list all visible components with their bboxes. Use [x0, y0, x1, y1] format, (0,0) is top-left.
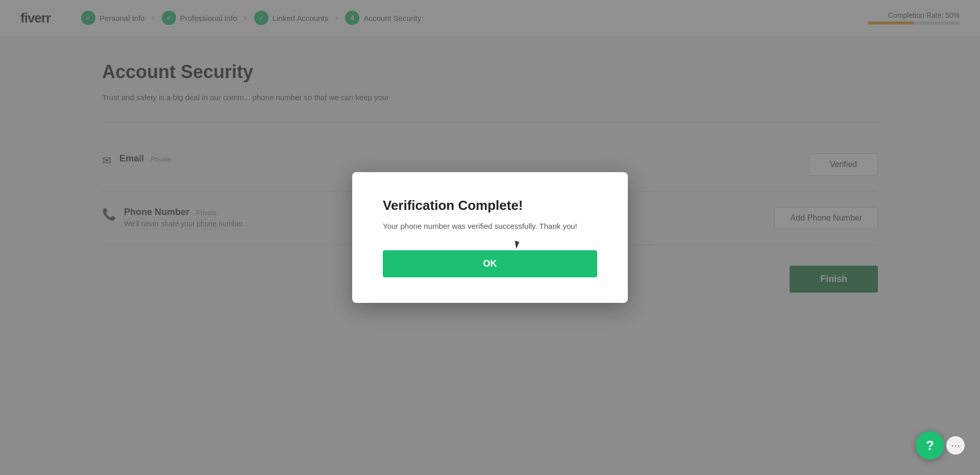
modal-ok-button[interactable]: OK	[383, 250, 597, 277]
modal-title: Verification Complete!	[383, 198, 597, 213]
modal-description: Your phone number was verified successfu…	[383, 221, 597, 232]
help-widget: ? ⋯	[916, 431, 965, 460]
modal-dialog: Verification Complete! Your phone number…	[352, 172, 628, 303]
help-button[interactable]: ?	[916, 431, 944, 460]
help-more-button[interactable]: ⋯	[946, 436, 965, 455]
modal-overlay: Verification Complete! Your phone number…	[0, 0, 980, 475]
